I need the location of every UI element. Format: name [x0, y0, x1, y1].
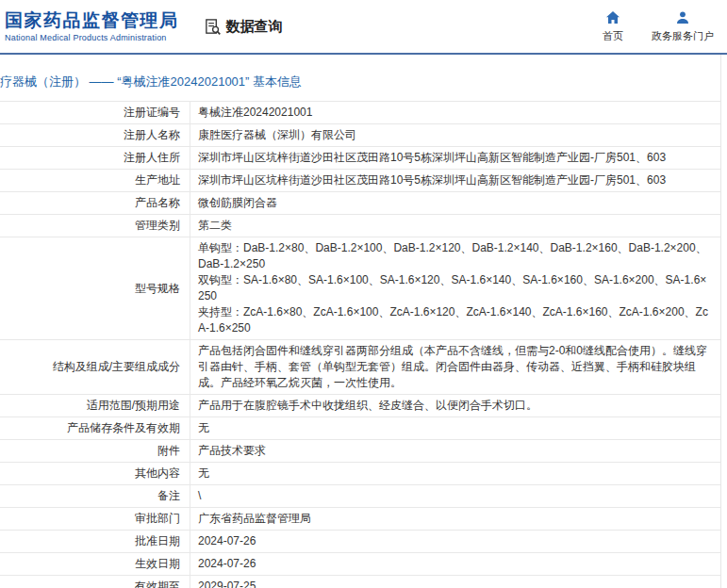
row-label: 附件 [0, 440, 190, 463]
nmpa-logo[interactable]: 国家药品监督管理局 National Medical Products Admi… [0, 9, 179, 43]
row-value: 2024-07-26 [190, 553, 721, 576]
row-label: 其他内容 [0, 463, 190, 485]
user-icon [675, 10, 690, 27]
table-row: 其他内容 无 [0, 463, 721, 485]
table-row: 备注 \ [0, 485, 721, 508]
row-value: 粤械注准20242021001 [190, 102, 721, 124]
table-row: 型号规格 单钩型：DaB-1.2×80、DaB-1.2×100、DaB-1.2×… [0, 237, 721, 340]
row-label: 产品储存条件及有效期 [0, 417, 190, 440]
table-row: 注册证编号 粤械注准20242021001 [0, 102, 721, 124]
nav-portal-label: 政务服务门户 [652, 29, 714, 43]
table-row: 管理类别 第二类 [0, 215, 721, 237]
nav-data-query[interactable]: 数据查询 [204, 18, 283, 36]
row-value: 康胜医疗器械（深圳）有限公司 [190, 124, 721, 147]
nav-home[interactable]: 首页 [603, 10, 623, 43]
row-value: 2024-07-26 [190, 531, 721, 553]
row-value: 深圳市坪山区坑梓街道沙田社区茂田路10号5栋深圳坪山高新区智能制造产业园-厂房5… [190, 170, 721, 192]
home-icon [605, 10, 620, 27]
row-label: 注册人名称 [0, 124, 190, 147]
row-label: 型号规格 [0, 237, 190, 340]
row-label: 批准日期 [0, 531, 190, 553]
logo-title-en: National Medical Products Administration [5, 32, 179, 43]
row-label: 适用范围/预期用途 [0, 395, 190, 417]
row-value: 产品包括闭合固件和缝线穿引器两部分组成（本产品不含缝线，但需与2-0和0缝线配合… [190, 340, 721, 395]
row-value: 深圳市坪山区坑梓街道沙田社区茂田路10号5栋深圳坪山高新区智能制造产业园-厂房5… [190, 147, 721, 170]
registration-info-table: 注册证编号 粤械注准20242021001 注册人名称 康胜医疗器械（深圳）有限… [0, 101, 721, 588]
header-nav: 首页 政务服务门户 [603, 10, 727, 43]
row-label: 生效日期 [0, 553, 190, 576]
table-row: 适用范围/预期用途 产品用于在腹腔镜手术中收拢组织、经皮缝合、以便闭合手术切口。 [0, 395, 721, 417]
row-value: 单钩型：DaB-1.2×80、DaB-1.2×100、DaB-1.2×120、D… [190, 237, 721, 340]
row-label: 结构及组成/主要组成成分 [0, 340, 190, 395]
table-row: 注册人名称 康胜医疗器械（深圳）有限公司 [0, 124, 721, 147]
row-label: 有效期至 [0, 576, 190, 588]
table-row: 注册人住所 深圳市坪山区坑梓街道沙田社区茂田路10号5栋深圳坪山高新区智能制造产… [0, 147, 721, 170]
row-value: 第二类 [190, 215, 721, 237]
row-value: 无 [190, 417, 721, 440]
row-value: 产品技术要求 [190, 440, 721, 463]
row-label: 审批部门 [0, 508, 190, 531]
table-row: 产品名称 微创筋膜闭合器 [0, 192, 721, 215]
row-label: 产品名称 [0, 192, 190, 215]
logo-title-cn: 国家药品监督管理局 [5, 9, 179, 32]
row-label: 管理类别 [0, 215, 190, 237]
row-value: 无 [190, 463, 721, 485]
row-value: 广东省药品监督管理局 [190, 508, 721, 531]
nav-portal[interactable]: 政务服务门户 [652, 10, 714, 43]
row-label: 注册人住所 [0, 147, 190, 170]
data-query-label: 数据查询 [226, 18, 283, 36]
row-value: 微创筋膜闭合器 [190, 192, 721, 215]
row-label: 备注 [0, 485, 190, 508]
row-value: 2029-07-25 [190, 576, 721, 588]
table-row: 附件 产品技术要求 [0, 440, 721, 463]
table-row: 有效期至 2029-07-25 [0, 576, 721, 588]
nav-home-label: 首页 [603, 29, 623, 43]
table-row: 生效日期 2024-07-26 [0, 553, 721, 576]
table-row: 生产地址 深圳市坪山区坑梓街道沙田社区茂田路10号5栋深圳坪山高新区智能制造产业… [0, 170, 721, 192]
table-row: 结构及组成/主要组成成分 产品包括闭合固件和缝线穿引器两部分组成（本产品不含缝线… [0, 340, 721, 395]
page-title: 医疗器械（注册） —— “粤械注准20242021001” 基本信息 [0, 74, 727, 90]
site-header: 国家药品监督管理局 National Medical Products Admi… [0, 0, 727, 55]
data-query-icon [204, 18, 222, 36]
row-label: 注册证编号 [0, 102, 190, 124]
table-row: 审批部门 广东省药品监督管理局 [0, 508, 721, 531]
page: 国家药品监督管理局 National Medical Products Admi… [0, 0, 727, 588]
table-row: 批准日期 2024-07-26 [0, 531, 721, 553]
table-row: 产品储存条件及有效期 无 [0, 417, 721, 440]
row-label: 生产地址 [0, 170, 190, 192]
row-value: \ [190, 485, 721, 508]
row-value: 产品用于在腹腔镜手术中收拢组织、经皮缝合、以便闭合手术切口。 [190, 395, 721, 417]
content-right-border [720, 55, 721, 588]
